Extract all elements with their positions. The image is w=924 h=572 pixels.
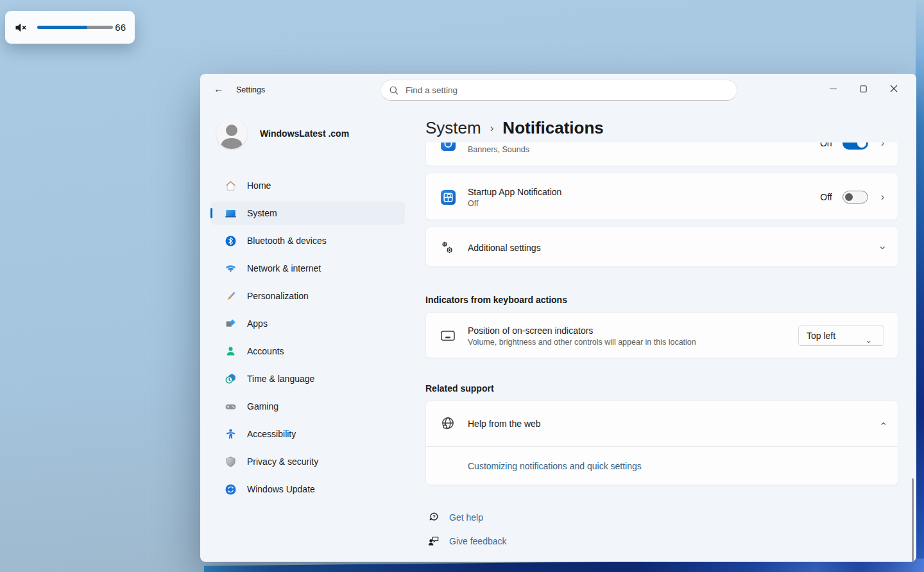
time-language-icon [225,373,237,385]
globe-search-icon [440,415,456,432]
gaming-icon [225,401,237,413]
scrollbar[interactable] [912,478,914,562]
notifications-card-title: Notifications [468,143,529,143]
close-button[interactable] [878,74,909,103]
sidebar-item-windows-update[interactable]: Windows Update [210,478,405,501]
privacy-icon [225,456,237,468]
chevron-down-icon: › [864,329,873,343]
main-content: System › Notifications Notifications Ban… [425,105,916,562]
sidebar-item-home[interactable]: Home [210,174,405,197]
on-screen-indicator-icon [440,327,456,344]
position-dropdown-value: Top left [807,331,835,341]
section-header-related-support: Related support [425,383,898,394]
windows-update-icon [225,483,237,496]
startup-toggle-label: Off [820,192,832,202]
sidebar-item-label: Accounts [247,346,284,356]
settings-window: ← Settings WindowsLatest .com Home [200,74,916,562]
sidebar-item-apps[interactable]: Apps [210,312,405,335]
sidebar-item-personalization[interactable]: Personalization [210,284,405,308]
system-icon [225,207,237,220]
sidebar-item-privacy[interactable]: Privacy & security [210,450,405,473]
chevron-right-icon: › [881,143,884,148]
startup-card-subtitle: Off [468,199,561,208]
gears-icon [440,239,456,256]
search-input[interactable] [406,85,729,95]
get-help-icon: ? [427,511,440,523]
breadcrumb-separator-icon: › [490,122,494,135]
minimize-button[interactable] [818,74,848,103]
apps-icon [225,318,237,330]
accessibility-icon [225,428,237,440]
sidebar-item-label: Personalization [247,291,309,301]
startup-card-title: Startup App Notification [468,187,561,197]
section-header-indicators: Indicators from keyboard actions [425,295,898,305]
sidebar-item-label: System [247,208,277,218]
get-help-row[interactable]: ? Get help [427,511,898,523]
window-title: Settings [236,85,265,94]
help-link-customizing-notifications[interactable]: Customizing notifications and quick sett… [468,461,642,471]
search-box[interactable] [381,80,737,101]
account-name: WindowsLatest .com [260,128,349,139]
back-button[interactable]: ← [212,82,226,96]
notifications-card[interactable]: Notifications Banners, Sounds On › [425,143,898,166]
chevron-up-icon: › [877,422,887,425]
sidebar-item-label: Bluetooth & devices [247,236,327,246]
notifications-card-subtitle: Banners, Sounds [468,145,529,154]
home-icon [225,180,237,192]
maximize-button[interactable] [848,74,878,103]
startup-app-icon [440,189,456,205]
sidebar-item-label: Windows Update [247,484,315,494]
get-help-link[interactable]: Get help [449,512,483,523]
chevron-down-icon: › [877,246,887,249]
startup-toggle[interactable] [843,191,868,204]
titlebar: ← Settings [200,74,916,105]
give-feedback-row[interactable]: Give feedback [427,535,898,547]
search-icon [389,85,399,96]
give-feedback-icon [427,535,440,547]
volume-slider[interactable] [37,26,113,29]
sidebar-item-label: Apps [247,318,268,329]
sidebar-item-gaming[interactable]: Gaming [210,395,405,418]
settings-scroll-area: Notifications Banners, Sounds On › [425,143,898,562]
breadcrumb-parent[interactable]: System [425,118,481,138]
avatar [216,118,247,149]
breadcrumb: System › Notifications [425,115,604,141]
accounts-icon [225,345,237,358]
sidebar-item-label: Accessibility [247,429,296,439]
sidebar-item-label: Home [247,180,271,191]
sidebar-item-label: Time & language [247,374,314,384]
sidebar-item-accessibility[interactable]: Accessibility [210,422,405,446]
notifications-icon [440,143,456,152]
sidebar-item-time-language[interactable]: Time & language [210,367,405,390]
additional-settings-title: Additional settings [468,243,541,253]
help-from-web-header[interactable]: Help from the web › [426,401,898,446]
sidebar-item-system[interactable]: System [210,202,405,225]
additional-settings-card[interactable]: Additional settings › [425,227,898,267]
account-block[interactable]: WindowsLatest .com [216,118,349,149]
sidebar-item-bluetooth[interactable]: Bluetooth & devices [210,229,405,252]
svg-text:?: ? [432,514,436,519]
help-card-title: Help from the web [468,419,541,429]
volume-osd: 66 [5,11,135,44]
sidebar-item-accounts[interactable]: Accounts [210,340,405,363]
sidebar-item-label: Privacy & security [247,456,318,467]
wallpaper-right-edge [916,0,924,572]
position-card-title: Position of on-screen indicators [468,325,696,336]
page-title: Notifications [502,118,603,138]
volume-value: 66 [115,22,126,33]
sidebar-nav: Home System Bluetooth & devices Network … [210,174,405,505]
personalization-icon [225,290,237,302]
bluetooth-icon [225,235,237,247]
back-arrow-icon: ← [214,83,224,95]
notifications-toggle[interactable] [843,143,868,150]
volume-slider-fill [37,26,87,29]
give-feedback-link[interactable]: Give feedback [449,536,507,546]
position-dropdown[interactable]: Top left › [798,325,884,346]
startup-app-notification-card[interactable]: Startup App Notification Off Off › [425,173,898,220]
sidebar-item-label: Gaming [247,401,278,412]
position-card-subtitle: Volume, brightness and other controls wi… [468,338,696,347]
sidebar-item-network[interactable]: Network & internet [210,257,405,280]
sidebar-item-label: Network & internet [247,263,321,273]
sidebar: WindowsLatest .com Home System Bluetooth [200,105,425,562]
notifications-toggle-label: On [820,143,832,148]
